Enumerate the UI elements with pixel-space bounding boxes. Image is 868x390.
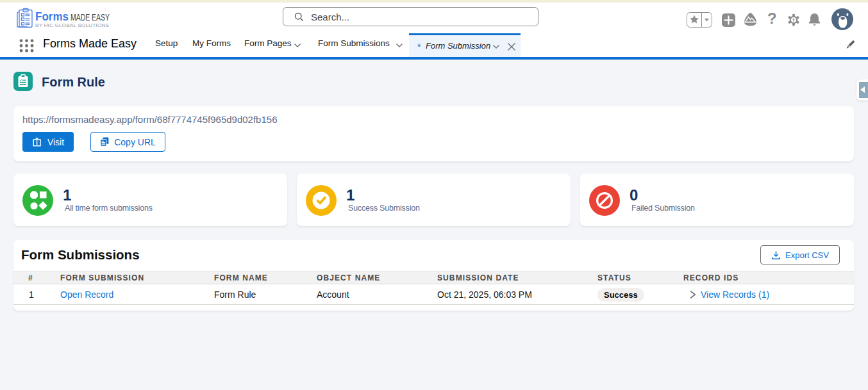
svg-text:BY HIC GLOBAL SOLUTIONS: BY HIC GLOBAL SOLUTIONS bbox=[35, 22, 109, 28]
svg-text:Forms: Forms bbox=[35, 10, 69, 23]
svg-text:MADE EASY: MADE EASY bbox=[71, 12, 110, 22]
